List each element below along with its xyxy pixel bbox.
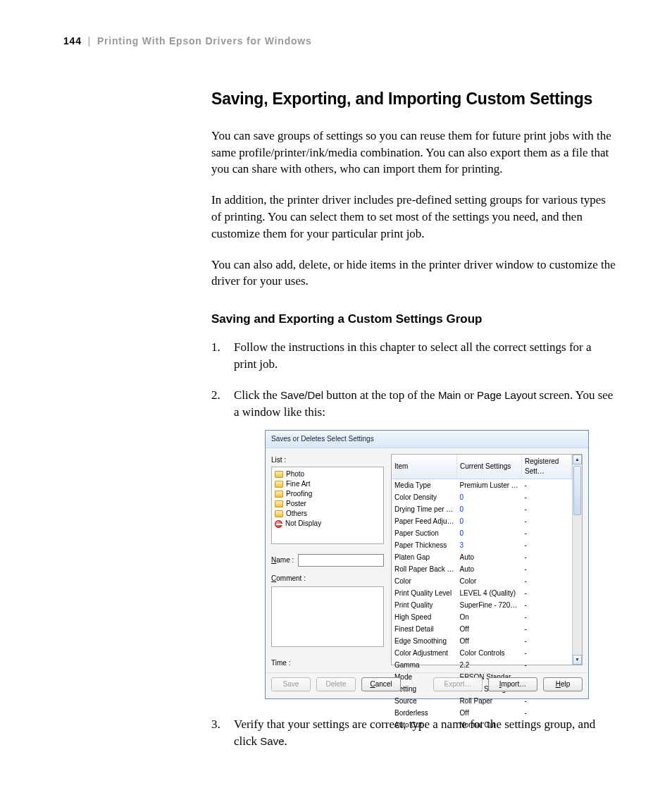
table-row[interactable]: Color Density0- bbox=[392, 491, 572, 503]
section-name: Printing With Epson Drivers for Windows bbox=[97, 35, 312, 47]
col-current[interactable]: Current Settings bbox=[457, 455, 522, 479]
list-item[interactable]: Fine Art bbox=[275, 479, 380, 489]
table-row[interactable]: Platen GapAuto- bbox=[392, 551, 572, 563]
table-row[interactable]: Gamma2.2- bbox=[392, 659, 572, 671]
table-row[interactable]: Paper Thickness3- bbox=[392, 539, 572, 551]
scroll-up-icon[interactable]: ▲ bbox=[573, 455, 582, 464]
page-header: 144 | Printing With Epson Drivers for Wi… bbox=[63, 35, 616, 47]
table-row[interactable]: Print QualitySuperFine - 720…- bbox=[392, 599, 572, 611]
scroll-thumb[interactable] bbox=[573, 466, 581, 515]
table-row[interactable]: Drying Time per …0- bbox=[392, 503, 572, 515]
table-row[interactable]: Paper Suction0- bbox=[392, 527, 572, 539]
comment-label: Comment : bbox=[271, 574, 384, 584]
dialog-title: Saves or Deletes Select Settings bbox=[266, 431, 588, 448]
list-item[interactable]: Others bbox=[275, 509, 380, 519]
folder-icon bbox=[275, 491, 283, 498]
folder-icon bbox=[275, 510, 283, 517]
list-item[interactable]: Photo bbox=[275, 469, 380, 479]
table-row[interactable]: ColorColor- bbox=[392, 575, 572, 587]
name-input[interactable] bbox=[298, 554, 384, 567]
table-row[interactable]: Print Quality LevelLEVEL 4 (Quality)- bbox=[392, 587, 572, 599]
col-item[interactable]: Item bbox=[392, 455, 457, 479]
page-title: Saving, Exporting, and Importing Custom … bbox=[211, 89, 616, 109]
intro-paragraph-2: In addition, the printer driver includes… bbox=[211, 192, 616, 242]
list-item[interactable]: Not Display bbox=[275, 519, 380, 529]
scroll-down-icon[interactable]: ▼ bbox=[573, 655, 582, 665]
ui-term-save-del: Save/Del bbox=[280, 389, 323, 401]
step-2: Click the Save/Del button at the top of … bbox=[211, 387, 616, 700]
folder-icon bbox=[275, 481, 283, 488]
ui-term-page-layout: Page Layout bbox=[477, 389, 536, 401]
table-scrollbar[interactable]: ▲ ▼ bbox=[572, 455, 582, 665]
delete-button[interactable]: Delete bbox=[316, 677, 356, 691]
intro-paragraph-3: You can also add, delete, or hide items … bbox=[211, 257, 616, 290]
step-1: Follow the instructions in this chapter … bbox=[211, 339, 616, 373]
intro-paragraph-1: You can save groups of settings so you c… bbox=[211, 128, 616, 178]
table-row[interactable]: Finest DetailOff- bbox=[392, 623, 572, 635]
preset-listbox[interactable]: Photo Fine Art Proofing Poster Others No… bbox=[271, 467, 384, 544]
table-row[interactable]: High SpeedOn- bbox=[392, 611, 572, 623]
import-button[interactable]: Import… bbox=[488, 677, 537, 691]
step-3: Verify that your settings are correct, t… bbox=[211, 716, 616, 750]
settings-table-wrap: Item Current Settings Registered Sett… M… bbox=[391, 454, 583, 665]
table-row[interactable]: Paper Feed Adju…0- bbox=[392, 515, 572, 527]
page-number: 144 bbox=[63, 35, 82, 47]
folder-icon bbox=[275, 471, 283, 478]
time-label: Time : bbox=[271, 658, 384, 668]
header-separator: | bbox=[87, 35, 91, 47]
list-item[interactable]: Poster bbox=[275, 499, 380, 509]
table-row[interactable]: Color AdjustmentColor Controls- bbox=[392, 647, 572, 659]
table-row[interactable]: Media TypePremium Luster …- bbox=[392, 479, 572, 492]
table-row[interactable]: Edge SmoothingOff- bbox=[392, 635, 572, 647]
table-row[interactable]: Roll Paper Back …Auto- bbox=[392, 563, 572, 575]
list-label: List : bbox=[271, 455, 384, 465]
steps-list: Follow the instructions in this chapter … bbox=[211, 339, 616, 750]
save-button[interactable]: Save bbox=[271, 677, 311, 691]
subheading: Saving and Exporting a Custom Settings G… bbox=[211, 312, 616, 326]
dialog-save-delete-settings: Saves or Deletes Select Settings List : … bbox=[265, 430, 589, 699]
help-button[interactable]: Help bbox=[543, 677, 583, 691]
folder-icon bbox=[275, 500, 283, 507]
comment-textarea[interactable] bbox=[271, 586, 384, 647]
table-row[interactable]: SourceRoll Paper- bbox=[392, 695, 572, 707]
ui-term-main: Main bbox=[438, 389, 461, 401]
ui-term-save: Save bbox=[260, 735, 284, 747]
export-button[interactable]: Export… bbox=[433, 677, 483, 691]
not-display-icon bbox=[275, 520, 282, 528]
col-registered[interactable]: Registered Sett… bbox=[522, 455, 572, 479]
cancel-button[interactable]: Cancel bbox=[361, 677, 401, 691]
name-label: Name : bbox=[271, 555, 294, 565]
list-item[interactable]: Proofing bbox=[275, 489, 380, 499]
